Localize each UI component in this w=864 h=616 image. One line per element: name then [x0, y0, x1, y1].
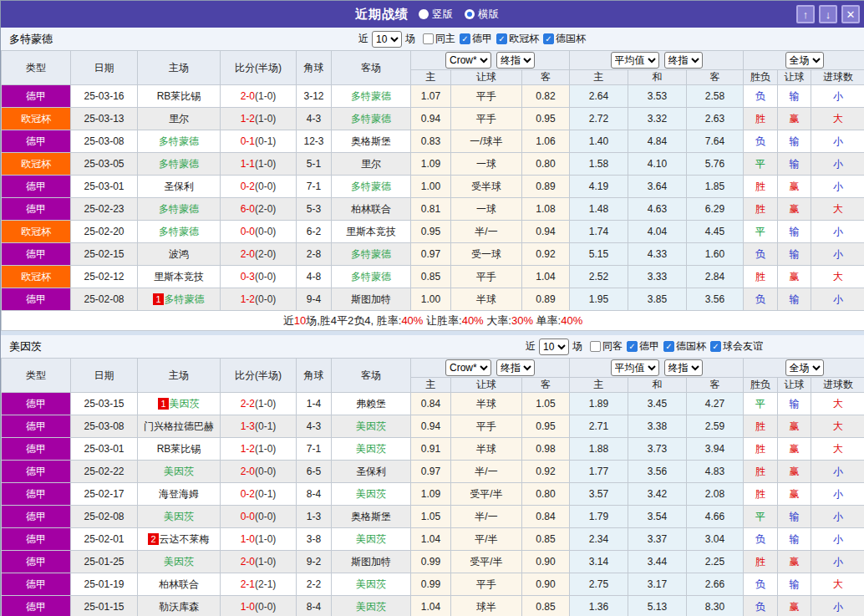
league-badge: 德甲: [2, 130, 71, 153]
column-subheader: 客: [522, 70, 570, 85]
match-row: 德甲25-02-17海登海姆0-2(0-1)8-4美因茨1.09受平/半0.80…: [2, 483, 864, 506]
odds-home: 0.84: [411, 393, 451, 415]
odds-company-select[interactable]: Crow*: [445, 359, 491, 376]
league-filter-checkbox[interactable]: ✓球会友谊: [710, 339, 763, 354]
checkbox-icon: ✓: [710, 341, 721, 352]
avg-away: 7.64: [687, 130, 744, 153]
odds-away: 0.80: [522, 153, 570, 176]
result-goals: 大: [811, 438, 864, 461]
score-cell: 2-2(1-0): [221, 393, 297, 415]
avg-period-select[interactable]: 终指: [664, 359, 703, 376]
corner-score: 6-5: [297, 461, 332, 483]
league-filter-checkbox[interactable]: ✓德国杯: [663, 339, 706, 354]
odds-away: 0.98: [522, 438, 570, 461]
match-row: 德甲25-02-23多特蒙德6-0(2-0)5-3柏林联合0.81一球1.081…: [2, 198, 864, 221]
league-filter-checkbox[interactable]: ✓德国杯: [543, 32, 586, 46]
halftime-score: (0-0): [255, 511, 276, 522]
score-cell: 2-1(2-1): [221, 573, 297, 596]
fulltime-score: 2-0: [241, 556, 255, 568]
odds-home: 0.99: [411, 573, 451, 596]
match-count-select[interactable]: 10: [539, 339, 569, 355]
league-filter-checkbox[interactable]: ✓德甲: [460, 32, 492, 46]
match-row: 德甲25-01-19柏林联合2-1(2-1)2-2美因茨0.99平手0.902.…: [2, 573, 864, 596]
avg-draw: 3.64: [628, 176, 687, 198]
odds-home: 0.91: [411, 438, 451, 461]
scroll-up-button[interactable]: ↑: [796, 5, 815, 23]
match-date: 25-03-08: [71, 130, 138, 153]
scope-select[interactable]: 全场: [785, 52, 824, 69]
match-row: 德甲25-02-15波鸿2-0(2-0)2-8多特蒙德0.97受一球0.925.…: [2, 243, 864, 266]
odds-home: 1.05: [411, 506, 451, 528]
fulltime-score: 6-0: [241, 203, 255, 215]
checkbox-icon: ✓: [663, 341, 674, 352]
column-subheader: 胜负: [744, 70, 778, 85]
odds-away: 1.04: [522, 266, 570, 288]
avg-draw: 3.56: [628, 461, 687, 483]
score-cell: 1-2(0-0): [221, 288, 297, 311]
avg-odds-select[interactable]: 平均值: [611, 359, 659, 376]
column-header: 比分(半场): [221, 359, 297, 393]
same-venue-checkbox[interactable]: 同主: [423, 32, 455, 46]
fulltime-score: 0-3: [241, 271, 255, 283]
home-team: 里尔: [138, 108, 221, 130]
avg-draw: 3.37: [628, 528, 687, 551]
home-team: 多特蒙德: [138, 153, 221, 176]
handicap-name: 平手: [451, 573, 522, 596]
layout-radio-vertical[interactable]: 竖版: [419, 8, 453, 22]
match-row: 德甲25-02-012云达不莱梅1-0(1-0)3-8美因茨1.04平/半0.8…: [2, 528, 864, 551]
match-row: 欧冠杯25-03-13里尔1-2(1-0)4-3多特蒙德0.94平手0.952.…: [2, 108, 864, 130]
result-goals: 小: [811, 483, 864, 506]
result-outcome: 负: [744, 288, 778, 311]
scope-select[interactable]: 全场: [785, 359, 824, 376]
result-handicap: 赢: [778, 461, 811, 483]
handicap-name: 半/一: [451, 221, 522, 243]
match-row: 欧冠杯25-02-20多特蒙德0-0(0-0)6-2里斯本竞技0.95半/一0.…: [2, 221, 864, 243]
handicap-name: 受平/半: [451, 483, 522, 506]
score-cell: 0-3(0-0): [221, 266, 297, 288]
column-header: 类型: [2, 51, 71, 85]
scroll-down-button[interactable]: ↓: [819, 5, 837, 23]
corner-score: 1-3: [297, 506, 332, 528]
odds-company-select[interactable]: Crow*: [445, 52, 491, 69]
team-name-text: 多特蒙德: [351, 248, 391, 260]
result-outcome: 平: [744, 393, 778, 415]
avg-odds-select[interactable]: 平均值: [611, 52, 659, 69]
radio-label: 横版: [478, 8, 499, 22]
score-cell: 1-0(0-0): [221, 596, 297, 616]
score-cell: 1-2(1-0): [221, 108, 297, 130]
layout-radio-horizontal[interactable]: 横版: [465, 8, 499, 22]
close-button[interactable]: ✕: [841, 5, 860, 23]
avg-period-select[interactable]: 终指: [664, 52, 703, 69]
fulltime-score: 0-0: [241, 511, 255, 522]
match-row: 德甲25-01-25美因茨2-0(1-0)9-2斯图加特0.99受平/半0.90…: [2, 551, 864, 573]
result-handicap: 输: [778, 85, 811, 108]
team-name-text: 波鸿: [169, 248, 189, 260]
column-subheader: 主: [411, 70, 451, 85]
score-cell: 6-0(2-0): [221, 198, 297, 221]
odds-home: 0.95: [411, 221, 451, 243]
away-team: 里尔: [332, 153, 411, 176]
halftime-score: (0-1): [255, 488, 276, 500]
result-handicap: 输: [778, 573, 811, 596]
fulltime-score: 1-3: [241, 420, 255, 432]
odds-home: 1.00: [411, 176, 451, 198]
score-cell: 1-0(1-0): [221, 528, 297, 551]
match-count-select[interactable]: 10: [372, 31, 402, 48]
avg-away: 4.66: [687, 506, 744, 528]
away-team: 里斯本竞技: [332, 221, 411, 243]
odds-period-select[interactable]: 终指: [496, 52, 535, 69]
league-filter-checkbox[interactable]: ✓欧冠杯: [496, 32, 539, 46]
home-team: 海登海姆: [138, 483, 221, 506]
league-filter-checkbox[interactable]: ✓德甲: [627, 339, 659, 354]
league-badge: 欧冠杯: [2, 266, 71, 288]
avg-draw: 4.63: [628, 198, 687, 221]
same-venue-checkbox[interactable]: 同客: [590, 339, 623, 354]
league-badge: 德甲: [2, 551, 71, 573]
sections-container: 多特蒙德近10场同主✓德甲✓欧冠杯✓德国杯类型日期主场比分(半场)角球客场Cro…: [1, 28, 864, 616]
team-name-text: 云达不莱梅: [160, 533, 210, 545]
match-date: 25-01-19: [71, 573, 138, 596]
column-header: 客场: [332, 359, 411, 393]
match-row: 欧冠杯25-02-12里斯本竞技0-3(0-0)4-8多特蒙德0.85平手1.0…: [2, 266, 864, 288]
odds-period-select[interactable]: 终指: [496, 359, 535, 376]
result-handicap: 赢: [778, 438, 811, 461]
